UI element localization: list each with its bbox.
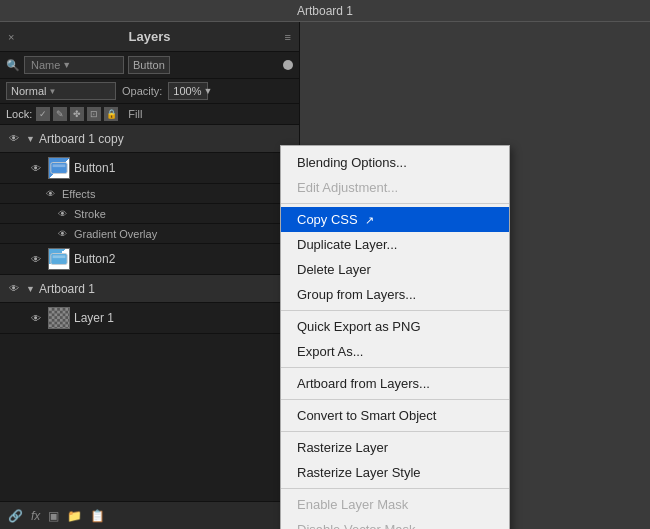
menu-rasterize-style[interactable]: Rasterize Layer Style: [281, 460, 509, 485]
svg-rect-2: [51, 254, 67, 265]
mask-icon[interactable]: ▣: [48, 509, 59, 523]
layers-panel: × Layers ≡ 🔍 Name ▼ Button Normal ▼ Opac…: [0, 22, 300, 529]
artboard1-label: Artboard 1: [39, 282, 95, 296]
slider-dot[interactable]: [283, 60, 293, 70]
lock-icons: ✓ ✎ ✤ ⊡ 🔒: [36, 107, 118, 121]
window-title: Artboard 1: [297, 4, 353, 18]
menu-delete-layer[interactable]: Delete Layer: [281, 257, 509, 282]
menu-quick-export[interactable]: Quick Export as PNG: [281, 314, 509, 339]
opacity-value-text: 100%: [173, 85, 201, 97]
menu-rasterize-layer[interactable]: Rasterize Layer: [281, 435, 509, 460]
gradient-label: Gradient Overlay: [74, 228, 157, 240]
artboard-copy-label: Artboard 1 copy: [39, 132, 124, 146]
blend-mode-arrow-icon: ▼: [48, 87, 56, 96]
new-group-icon[interactable]: 📁: [67, 509, 82, 523]
lock-transparent-icon[interactable]: ✓: [36, 107, 50, 121]
button2-label: Button2: [74, 252, 115, 266]
menu-separator-5: [281, 431, 509, 432]
search-bar: 🔍 Name ▼ Button: [0, 52, 299, 79]
effects-eye-icon[interactable]: 👁: [46, 189, 58, 199]
stroke-eye-icon[interactable]: 👁: [58, 209, 70, 219]
panel-close-button[interactable]: ×: [8, 31, 14, 43]
opacity-label: Opacity:: [122, 85, 162, 97]
menu-separator-1: [281, 203, 509, 204]
layer1-thumb: [48, 307, 70, 329]
title-bar: Artboard 1: [0, 0, 650, 22]
svg-rect-8: [49, 308, 69, 328]
blend-mode-select[interactable]: Normal ▼: [6, 82, 116, 100]
bottom-toolbar: 🔗 fx ▣ 📁 📋 🗑: [0, 501, 299, 529]
fx-icon[interactable]: fx: [31, 509, 40, 523]
svg-rect-1: [53, 164, 66, 167]
menu-artboard-from-layers[interactable]: Artboard from Layers...: [281, 371, 509, 396]
chevron-icon[interactable]: ▼: [26, 134, 35, 144]
lock-all-icon[interactable]: 🔒: [104, 107, 118, 121]
fill-label: Fill: [128, 108, 142, 120]
menu-copy-css[interactable]: Copy CSS ↗: [281, 207, 509, 232]
menu-separator-3: [281, 367, 509, 368]
lock-position-icon[interactable]: ✤: [70, 107, 84, 121]
context-menu: Blending Options... Edit Adjustment... C…: [280, 145, 510, 529]
artboard-row-copy[interactable]: 👁 ▼ Artboard 1 copy: [0, 125, 299, 153]
menu-edit-adjustment: Edit Adjustment...: [281, 175, 509, 200]
cursor-indicator: ↗: [365, 214, 374, 226]
button1-row[interactable]: 👁 Button1: [0, 153, 299, 184]
button1-label: Button1: [74, 161, 115, 175]
layer-list: 👁 ▼ Artboard 1 copy 👁 Button1 👁 Effects: [0, 125, 299, 501]
button1-eye-icon[interactable]: 👁: [28, 162, 44, 174]
search-input[interactable]: Name ▼: [24, 56, 124, 74]
lock-row: Lock: ✓ ✎ ✤ ⊡ 🔒 Fill: [0, 104, 299, 125]
stroke-label: Stroke: [74, 208, 106, 220]
artboard1-eye-icon[interactable]: 👁: [6, 283, 22, 295]
menu-enable-mask: Enable Layer Mask: [281, 492, 509, 517]
copy-css-label: Copy CSS: [297, 212, 358, 227]
layer1-eye-icon[interactable]: 👁: [28, 312, 44, 324]
filter-dropdown[interactable]: Button: [128, 56, 170, 74]
blend-mode-label: Normal: [11, 85, 46, 97]
search-icon: 🔍: [6, 59, 20, 72]
artboard1-chevron-icon[interactable]: ▼: [26, 284, 35, 294]
link-icon[interactable]: 🔗: [8, 509, 23, 523]
panel-header: × Layers ≡: [0, 22, 299, 52]
button1-thumb: [48, 157, 70, 179]
button2-thumb: [48, 248, 70, 270]
artboard-row-1[interactable]: 👁 ▼ Artboard 1: [0, 275, 299, 303]
opacity-arrow-icon: ▼: [204, 86, 213, 96]
menu-separator-4: [281, 399, 509, 400]
lock-artboard-icon[interactable]: ⊡: [87, 107, 101, 121]
layer1-label: Layer 1: [74, 311, 114, 325]
panel-title: Layers: [129, 29, 171, 44]
button1-effects-row: 👁 Effects: [0, 184, 299, 204]
menu-disable-vector-mask: Disable Vector Mask: [281, 517, 509, 529]
svg-rect-0: [51, 163, 67, 174]
svg-rect-3: [53, 255, 66, 258]
menu-separator-6: [281, 488, 509, 489]
eye-icon[interactable]: 👁: [6, 133, 22, 145]
menu-blending-options[interactable]: Blending Options...: [281, 150, 509, 175]
blend-mode-row: Normal ▼ Opacity: 100% ▼: [0, 79, 299, 104]
button2-row[interactable]: 👁 Button2: [0, 244, 299, 275]
new-layer-icon[interactable]: 📋: [90, 509, 105, 523]
gradient-eye-icon[interactable]: 👁: [58, 229, 70, 239]
effects-label: Effects: [62, 188, 95, 200]
menu-group-from-layers[interactable]: Group from Layers...: [281, 282, 509, 307]
button2-eye-icon[interactable]: 👁: [28, 253, 44, 265]
filter-label: Button: [133, 59, 165, 71]
search-arrow-icon: ▼: [62, 60, 71, 70]
search-placeholder: Name: [31, 59, 60, 71]
main-layout: × Layers ≡ 🔍 Name ▼ Button Normal ▼ Opac…: [0, 22, 650, 529]
menu-convert-smart[interactable]: Convert to Smart Object: [281, 403, 509, 428]
panel-menu-icon[interactable]: ≡: [285, 31, 291, 43]
menu-duplicate-layer[interactable]: Duplicate Layer...: [281, 232, 509, 257]
menu-export-as[interactable]: Export As...: [281, 339, 509, 364]
opacity-input[interactable]: 100% ▼: [168, 82, 208, 100]
lock-image-icon[interactable]: ✎: [53, 107, 67, 121]
layer1-row[interactable]: 👁 Layer 1: [0, 303, 299, 334]
lock-label: Lock:: [6, 108, 32, 120]
gradient-overlay-row: 👁 Gradient Overlay: [0, 224, 299, 244]
stroke-row: 👁 Stroke: [0, 204, 299, 224]
menu-separator-2: [281, 310, 509, 311]
